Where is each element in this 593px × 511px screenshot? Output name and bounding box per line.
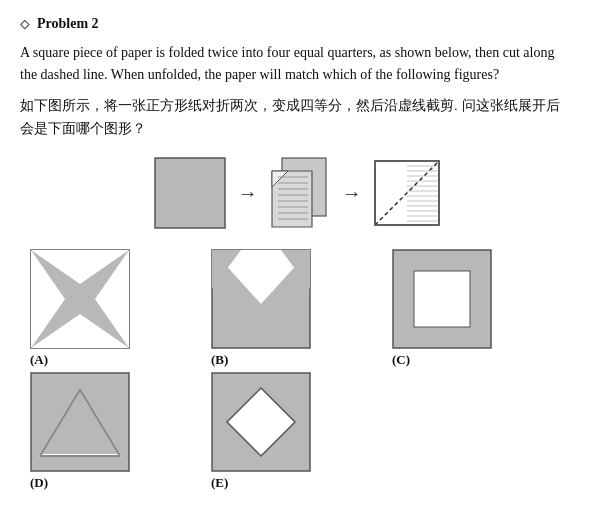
- diagram-folded-paper: [270, 157, 330, 229]
- problem-text-chinese: 如下图所示，将一张正方形纸对折两次，变成四等分，然后沿虚线截剪. 问这张纸展开后…: [20, 95, 573, 141]
- answers-grid: (A) (B) (C): [20, 249, 573, 491]
- diagram-plain-square: [154, 157, 226, 229]
- answer-d-label: (D): [30, 475, 48, 491]
- answer-d: (D): [30, 372, 211, 491]
- problem-text-english: A square piece of paper is folded twice …: [20, 42, 573, 85]
- answer-b-label: (B): [211, 352, 228, 368]
- diamond-icon: ◇: [20, 17, 29, 32]
- arrow-2: →: [342, 182, 362, 205]
- answer-e: (E): [211, 372, 392, 491]
- arrow-1: →: [238, 182, 258, 205]
- diagram-cut-square: [374, 160, 440, 226]
- answer-c-label: (C): [392, 352, 410, 368]
- answer-b: (B): [211, 249, 392, 368]
- answer-a-label: (A): [30, 352, 48, 368]
- answer-e-label: (E): [211, 475, 228, 491]
- diagram-row: → →: [20, 157, 573, 229]
- svg-rect-0: [155, 158, 225, 228]
- answer-a: (A): [30, 249, 211, 368]
- problem-title: Problem 2: [37, 16, 99, 32]
- svg-rect-39: [414, 271, 470, 327]
- answer-c: (C): [392, 249, 573, 368]
- problem-header: ◇ Problem 2: [20, 16, 573, 32]
